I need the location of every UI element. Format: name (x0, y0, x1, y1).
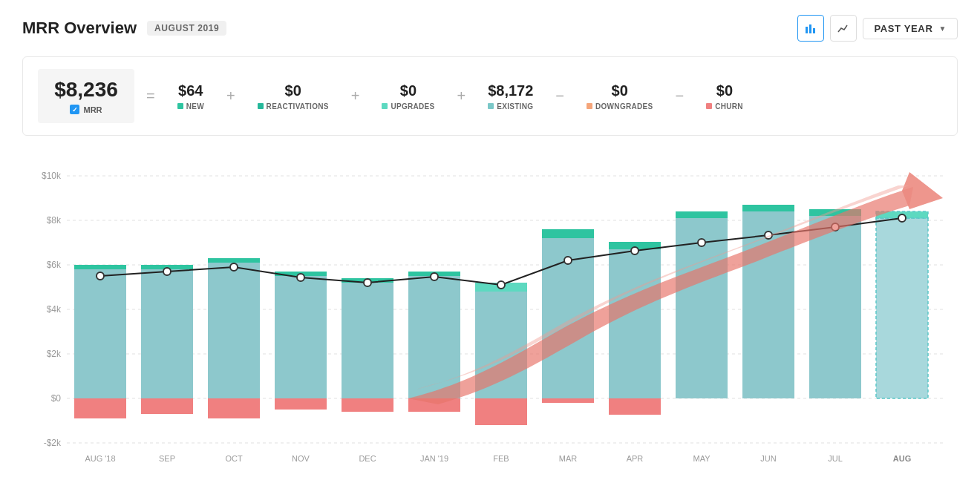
separator-plus3: + (445, 88, 477, 105)
separator-minus2: − (663, 88, 696, 105)
svg-text:MAY: MAY (693, 454, 710, 463)
churn-value: $0 (706, 82, 743, 99)
bar-existing-11 (809, 216, 861, 398)
date-badge: AUGUST 2019 (147, 21, 226, 36)
svg-text:$0: $0 (51, 393, 62, 404)
svg-text:AUG: AUG (893, 454, 911, 463)
dot-9 (698, 239, 705, 246)
svg-text:-$2k: -$2k (44, 438, 62, 448)
header-left: MRR Overview AUGUST 2019 (22, 19, 226, 38)
bar-new-0 (74, 265, 126, 269)
bar-churn-8 (609, 398, 661, 415)
svg-rect-2 (813, 28, 815, 33)
new-dot (177, 103, 183, 109)
dot-6 (497, 281, 505, 289)
reactivations-dot (258, 103, 264, 109)
new-stat: $64 NEW (167, 82, 215, 111)
upgrades-value: $0 (382, 82, 434, 99)
downgrades-label: DOWNGRADES (587, 102, 653, 111)
dot-8 (631, 247, 638, 254)
svg-text:JUL: JUL (828, 454, 843, 463)
bar-chart-button[interactable] (797, 15, 824, 42)
bar-existing-8 (609, 249, 661, 398)
upgrades-label: UPGRADES (382, 102, 434, 111)
churn-dot (706, 103, 712, 109)
downgrades-value: $0 (587, 82, 653, 99)
svg-text:$8k: $8k (47, 215, 62, 226)
reactivations-stat: $0 REACTIVATIONS (247, 82, 339, 111)
dot-4 (364, 279, 371, 286)
downgrades-stat: $0 DOWNGRADES (576, 82, 663, 111)
mrr-main-stat: $8,236 ✓ MRR (38, 69, 134, 123)
new-value: $64 (177, 82, 204, 99)
bar-new-9 (676, 211, 728, 218)
upgrades-dot (382, 103, 388, 109)
upgrades-stat: $0 UPGRADES (371, 82, 445, 111)
svg-text:AUG '18: AUG '18 (85, 454, 115, 463)
bar-churn-3 (275, 398, 327, 410)
bar-new-7 (542, 229, 594, 238)
dot-12 (898, 214, 906, 222)
separator-plus2: + (339, 88, 372, 105)
bar-new-10 (742, 205, 794, 211)
dot-5 (431, 273, 438, 280)
svg-text:$6k: $6k (47, 260, 62, 270)
churn-label: CHURN (706, 102, 743, 111)
svg-text:OCT: OCT (225, 454, 243, 463)
bar-existing-12 (876, 218, 928, 398)
reactivations-value: $0 (258, 82, 329, 99)
bar-existing-3 (275, 276, 327, 398)
svg-rect-0 (806, 27, 808, 33)
existing-dot (488, 103, 494, 109)
bar-existing-0 (74, 269, 126, 398)
mrr-checkbox-icon: ✓ (70, 105, 79, 114)
bar-churn-6 (475, 398, 527, 425)
separator-plus1: + (215, 88, 247, 105)
line-chart-button[interactable] (830, 15, 857, 42)
svg-marker-30 (902, 172, 943, 209)
bar-churn-4 (342, 398, 393, 412)
dot-1 (163, 268, 171, 275)
bar-existing-2 (208, 263, 260, 398)
svg-text:$4k: $4k (47, 304, 62, 315)
bar-churn-2 (208, 398, 260, 418)
reactivations-label: REACTIVATIONS (258, 102, 329, 111)
dot-7 (564, 257, 572, 264)
svg-text:JAN '19: JAN '19 (420, 454, 448, 463)
period-dropdown[interactable]: PAST YEAR ▼ (863, 18, 958, 39)
chevron-down-icon: ▼ (938, 24, 947, 33)
page-title: MRR Overview (22, 19, 137, 38)
bar-churn-1 (141, 398, 193, 414)
dot-0 (97, 272, 104, 280)
existing-label: EXISTING (488, 102, 533, 111)
svg-text:JUN: JUN (760, 454, 776, 463)
svg-text:$2k: $2k (47, 349, 62, 359)
dot-2 (230, 263, 238, 271)
existing-value: $8,172 (488, 82, 533, 99)
mrr-value: $8,236 (53, 78, 120, 102)
separator-minus1: − (543, 88, 576, 105)
svg-rect-1 (809, 24, 811, 33)
churn-stat: $0 CHURN (696, 82, 754, 111)
bar-existing-4 (342, 283, 393, 398)
header-right: PAST YEAR ▼ (797, 15, 958, 42)
svg-text:NOV: NOV (292, 454, 310, 463)
bar-existing-1 (141, 269, 193, 398)
chart-svg: $10k $8k $6k $4k $2k $0 -$2k (22, 154, 958, 480)
svg-text:FEB: FEB (493, 454, 509, 463)
separator-eq: = (134, 88, 167, 105)
bar-churn-0 (74, 398, 126, 418)
svg-text:SEP: SEP (159, 454, 175, 463)
dot-3 (297, 274, 304, 281)
svg-text:DEC: DEC (359, 454, 376, 463)
period-label: PAST YEAR (874, 23, 932, 34)
bar-churn-7 (542, 398, 594, 403)
bar-new-2 (208, 258, 260, 263)
existing-stat: $8,172 EXISTING (477, 82, 543, 111)
header: MRR Overview AUGUST 2019 PAST YEAR ▼ (22, 15, 958, 42)
svg-text:$10k: $10k (42, 171, 62, 181)
new-label: NEW (177, 102, 204, 111)
chart-area: $10k $8k $6k $4k $2k $0 -$2k (22, 154, 958, 480)
stats-row: $8,236 ✓ MRR = $64 NEW + $0 REACTIVATION… (22, 56, 958, 136)
svg-text:APR: APR (627, 454, 644, 463)
